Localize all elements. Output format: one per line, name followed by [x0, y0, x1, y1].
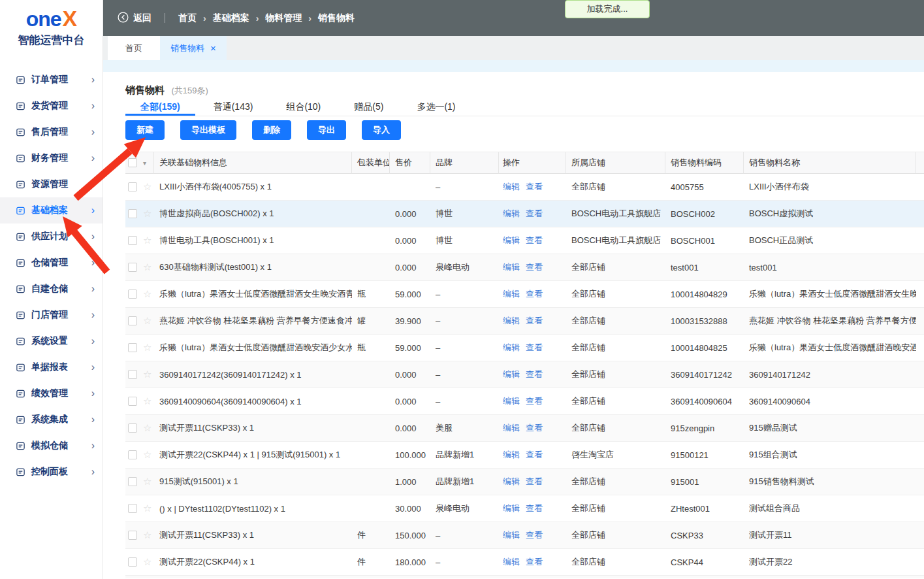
sidebar-item-shipping[interactable]: 发货管理 ›	[0, 93, 103, 119]
star-icon[interactable]: ☆	[143, 529, 151, 541]
edit-link[interactable]: 编辑	[503, 422, 520, 434]
view-link[interactable]: 查看	[526, 476, 543, 488]
edit-link[interactable]: 编辑	[503, 288, 520, 300]
row-checkbox[interactable]	[128, 531, 137, 540]
edit-link[interactable]: 编辑	[503, 342, 520, 354]
sidebar-item-aftersales[interactable]: 售后管理 ›	[0, 119, 103, 145]
breadcrumb-item[interactable]: 物料管理	[265, 12, 302, 24]
row-checkbox[interactable]	[128, 236, 137, 245]
create-button[interactable]: 新建	[125, 120, 165, 140]
view-link[interactable]: 查看	[526, 395, 543, 407]
view-link[interactable]: 查看	[526, 261, 543, 273]
select-all-checkbox[interactable]	[128, 158, 137, 167]
row-checkbox[interactable]	[128, 343, 137, 352]
sidebar-item-integration[interactable]: 系统集成 ›	[0, 406, 103, 433]
edit-link[interactable]: 编辑	[503, 235, 520, 246]
chevron-right-icon: ›	[91, 74, 95, 85]
sidebar-item-order[interactable]: 订单管理 ›	[0, 67, 103, 93]
star-icon[interactable]: ☆	[143, 288, 151, 300]
star-icon[interactable]: ☆	[143, 208, 151, 220]
edit-link[interactable]: 编辑	[503, 476, 520, 488]
edit-link[interactable]: 编辑	[503, 395, 520, 407]
sidebar-item-supply[interactable]: 供应计划 ›	[0, 223, 103, 250]
edit-link[interactable]: 编辑	[503, 315, 520, 327]
edit-link[interactable]: 编辑	[503, 556, 520, 568]
col-brand: 品牌	[430, 152, 499, 174]
sidebar-item-settings[interactable]: 系统设置 ›	[0, 328, 103, 354]
page-tab-home[interactable]: 首页	[108, 36, 160, 60]
edit-link[interactable]: 编辑	[503, 529, 520, 541]
breadcrumb-item[interactable]: 基础档案	[213, 12, 249, 24]
star-icon[interactable]: ☆	[143, 235, 151, 246]
sidebar-item-sim-warehouse[interactable]: 模拟仓储 ›	[0, 433, 103, 459]
filter-tab-0[interactable]: 全部(159)	[125, 99, 195, 116]
row-checkbox[interactable]	[128, 182, 137, 191]
sidebar-item-dashboard[interactable]: 控制面板 ›	[0, 459, 103, 485]
sidebar-item-reports[interactable]: 单据报表 ›	[0, 354, 103, 380]
view-link[interactable]: 查看	[526, 235, 543, 246]
star-icon[interactable]: ☆	[143, 342, 151, 354]
row-checkbox[interactable]	[128, 450, 137, 459]
row-checkbox[interactable]	[128, 397, 137, 406]
star-icon[interactable]: ☆	[143, 369, 151, 380]
view-link[interactable]: 查看	[526, 208, 543, 220]
row-checkbox[interactable]	[128, 263, 137, 272]
edit-link[interactable]: 编辑	[503, 181, 520, 193]
filter-tab-4[interactable]: 多选一(1)	[402, 99, 470, 116]
breadcrumb-item[interactable]: 销售物料	[318, 12, 355, 24]
view-link[interactable]: 查看	[526, 449, 543, 461]
brand-logo: oneX 智能运营中台	[0, 0, 103, 48]
row-checkbox[interactable]	[128, 423, 137, 433]
chevron-down-icon[interactable]: ▾	[143, 159, 146, 167]
delete-button[interactable]: 删除	[252, 120, 291, 140]
star-icon[interactable]: ☆	[143, 476, 151, 488]
star-icon[interactable]: ☆	[143, 261, 151, 273]
breadcrumb: 首页›基础档案›物料管理›销售物料	[178, 12, 355, 24]
view-link[interactable]: 查看	[526, 315, 543, 327]
star-icon[interactable]: ☆	[143, 181, 151, 193]
row-checkbox[interactable]	[128, 290, 137, 299]
view-link[interactable]: 查看	[526, 503, 543, 514]
sidebar-item-archives[interactable]: 基础档案 ›	[0, 197, 103, 223]
row-checkbox[interactable]	[128, 316, 137, 325]
view-link[interactable]: 查看	[526, 422, 543, 434]
sidebar-item-store[interactable]: 门店管理 ›	[0, 302, 103, 328]
view-link[interactable]: 查看	[526, 288, 543, 300]
export-template-button[interactable]: 导出模板	[180, 120, 236, 140]
sidebar-item-warehouse[interactable]: 仓储管理 ›	[0, 250, 103, 276]
view-link[interactable]: 查看	[526, 556, 543, 568]
star-icon[interactable]: ☆	[143, 503, 151, 514]
view-link[interactable]: 查看	[526, 181, 543, 193]
sidebar-item-self-warehouse[interactable]: 自建仓储 ›	[0, 276, 103, 302]
import-button[interactable]: 导入	[362, 120, 401, 140]
filter-tab-3[interactable]: 赠品(5)	[339, 99, 398, 116]
edit-link[interactable]: 编辑	[503, 208, 520, 220]
filter-tab-2[interactable]: 组合(10)	[271, 99, 336, 116]
row-checkbox[interactable]	[128, 209, 137, 218]
star-icon[interactable]: ☆	[143, 395, 151, 407]
page-tab-sales-material[interactable]: 销售物料×	[160, 36, 227, 60]
row-checkbox[interactable]	[128, 557, 137, 567]
view-link[interactable]: 查看	[526, 529, 543, 541]
star-icon[interactable]: ☆	[143, 556, 151, 568]
breadcrumb-item[interactable]: 首页	[178, 12, 197, 24]
sidebar-item-finance[interactable]: 财务管理 ›	[0, 145, 103, 171]
back-button[interactable]: 返回	[118, 12, 151, 25]
edit-link[interactable]: 编辑	[503, 261, 520, 273]
edit-link[interactable]: 编辑	[503, 503, 520, 514]
row-checkbox[interactable]	[128, 370, 137, 379]
view-link[interactable]: 查看	[526, 342, 543, 354]
view-link[interactable]: 查看	[526, 369, 543, 380]
row-checkbox[interactable]	[128, 504, 137, 513]
sidebar-item-resource[interactable]: 资源管理 ›	[0, 171, 103, 197]
edit-link[interactable]: 编辑	[503, 449, 520, 461]
edit-link[interactable]: 编辑	[503, 369, 520, 380]
sidebar-item-performance[interactable]: 绩效管理 ›	[0, 380, 103, 406]
filter-tab-1[interactable]: 普通(143)	[199, 99, 268, 116]
star-icon[interactable]: ☆	[143, 449, 151, 461]
export-button[interactable]: 导出	[307, 120, 346, 140]
star-icon[interactable]: ☆	[143, 422, 151, 434]
close-icon[interactable]: ×	[210, 42, 216, 54]
star-icon[interactable]: ☆	[143, 315, 151, 327]
row-checkbox[interactable]	[128, 477, 137, 486]
